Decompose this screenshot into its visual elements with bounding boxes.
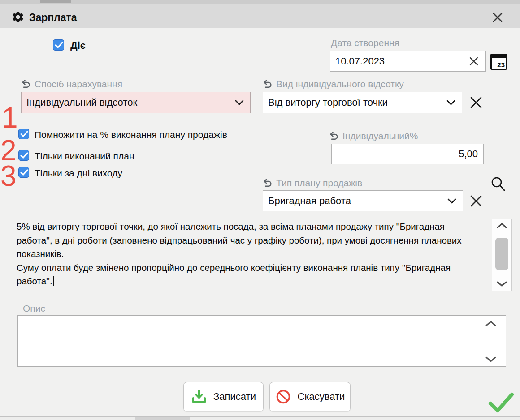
top-edge-artifact [40,0,71,3]
annotation-3: 3 [0,163,17,189]
search-icon[interactable] [490,176,507,193]
check-icon [20,131,28,137]
save-button[interactable]: Записати [183,382,264,411]
salary-dialog: Зарплата Діє Дата створення 10.07.2023 2… [0,0,520,420]
multiply-by-plan-label: Помножити на % виконання плану продажів [35,129,227,140]
individual-percent-value: 5,00 [459,148,478,160]
bottom-edge-artifact [135,417,190,420]
formula-description-content: 5% від виторгу торгової точки, до якої н… [17,221,462,286]
completed-plan-checkbox[interactable] [18,150,29,161]
active-checkbox-label: Діє [70,40,86,51]
chevron-down-icon [446,100,455,105]
individual-percent-label: Індивідуальний% [342,131,418,141]
scroll-up-icon[interactable] [485,320,497,327]
check-icon [55,42,63,49]
clear-plan-type-icon[interactable] [469,194,483,208]
chevron-down-icon [235,100,244,105]
work-days-label: Тільки за дні виходу [35,168,122,179]
confirm-check-icon[interactable] [487,390,515,415]
accrual-method-label: Спосіб нарахування [35,79,122,90]
description-textarea[interactable] [17,315,506,367]
clear-date-icon[interactable] [468,56,479,67]
cancel-button-label: Скасувати [298,391,345,403]
calendar-icon[interactable]: 23 [490,54,507,70]
save-button-label: Записати [213,391,256,403]
calendar-icon-number: 23 [497,61,505,69]
description-label: Опис [23,303,45,314]
individual-percent-input[interactable]: 5,00 [331,144,484,164]
dialog-title: Зарплата [29,12,77,24]
percent-kind-combobox[interactable]: Від виторгу торгової точки [263,92,462,113]
creation-date-label: Дата створення [331,38,399,48]
active-checkbox[interactable] [53,39,64,51]
save-icon [191,389,207,404]
title-bar: Зарплата [0,4,520,28]
info-text-scrollbar[interactable] [492,219,512,291]
undo-icon[interactable] [329,132,339,141]
calendar-icon-band [491,55,506,58]
formula-description-text[interactable]: 5% від виторгу торгової точки, до якої н… [17,220,490,288]
top-edge-strip [0,0,520,4]
bottom-edge-strip [0,416,520,420]
undo-icon[interactable] [21,80,31,89]
scroll-up-icon[interactable] [496,223,507,229]
scroll-down-icon[interactable] [485,356,497,363]
scrollbar-thumb[interactable] [495,238,508,270]
check-icon [20,152,28,159]
check-icon [20,169,28,176]
accrual-method-value: Індивідуальний відсоток [26,97,137,108]
chevron-down-icon [447,198,456,204]
undo-icon[interactable] [262,179,273,188]
accrual-method-combobox[interactable]: Індивідуальний відсоток [21,92,251,113]
close-icon[interactable] [490,10,505,25]
plan-type-value: Бригадная работа [268,195,351,207]
work-days-checkbox[interactable] [18,167,29,178]
plan-type-combobox[interactable]: Бригадная работа [263,190,463,211]
undo-icon[interactable] [262,80,273,89]
annotation-1: 1 [2,104,18,131]
cancel-button[interactable]: Скасувати [269,382,351,411]
percent-kind-value: Від виторгу торгової точки [268,97,388,108]
plan-type-label: Тип плану продажів [276,178,362,189]
multiply-by-plan-checkbox[interactable] [18,129,29,139]
completed-plan-label: Тільки виконаний план [35,151,134,162]
creation-date-input[interactable]: 10.07.2023 [330,51,486,72]
scroll-down-icon[interactable] [496,281,507,287]
percent-kind-label: Вид індивідуального відсотку [276,79,404,90]
cancel-icon [275,389,291,405]
creation-date-value: 10.07.2023 [335,56,385,67]
text-caret [53,276,54,286]
clear-percent-kind-icon[interactable] [469,95,483,110]
gear-icon [11,10,25,24]
